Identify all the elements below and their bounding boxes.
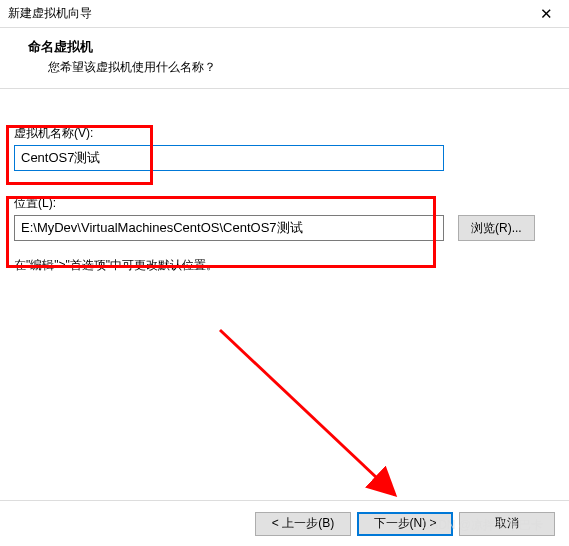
location-label: 位置(L): xyxy=(14,195,555,212)
vm-name-label: 虚拟机名称(V): xyxy=(14,125,555,142)
location-hint: 在"编辑">"首选项"中可更改默认位置。 xyxy=(14,257,555,274)
vm-name-input[interactable] xyxy=(14,145,444,171)
cancel-button[interactable]: 取消 xyxy=(459,512,555,536)
arrow-annotation xyxy=(210,320,430,520)
wizard-footer: < 上一步(B) 下一步(N) > 取消 xyxy=(0,500,569,546)
header-title: 命名虚拟机 xyxy=(28,38,555,56)
wizard-header: 命名虚拟机 您希望该虚拟机使用什么名称？ xyxy=(0,28,569,89)
header-subtitle: 您希望该虚拟机使用什么名称？ xyxy=(28,59,555,76)
browse-button[interactable]: 浏览(R)... xyxy=(458,215,535,241)
close-icon[interactable]: ✕ xyxy=(532,3,561,25)
window-title: 新建虚拟机向导 xyxy=(8,5,92,22)
location-input[interactable] xyxy=(14,215,444,241)
wizard-content: 虚拟机名称(V): 位置(L): 浏览(R)... 在"编辑">"首选项"中可更… xyxy=(0,89,569,284)
back-button[interactable]: < 上一步(B) xyxy=(255,512,351,536)
svg-line-0 xyxy=(220,330,395,495)
next-button[interactable]: 下一步(N) > xyxy=(357,512,453,536)
titlebar: 新建虚拟机向导 ✕ xyxy=(0,0,569,28)
